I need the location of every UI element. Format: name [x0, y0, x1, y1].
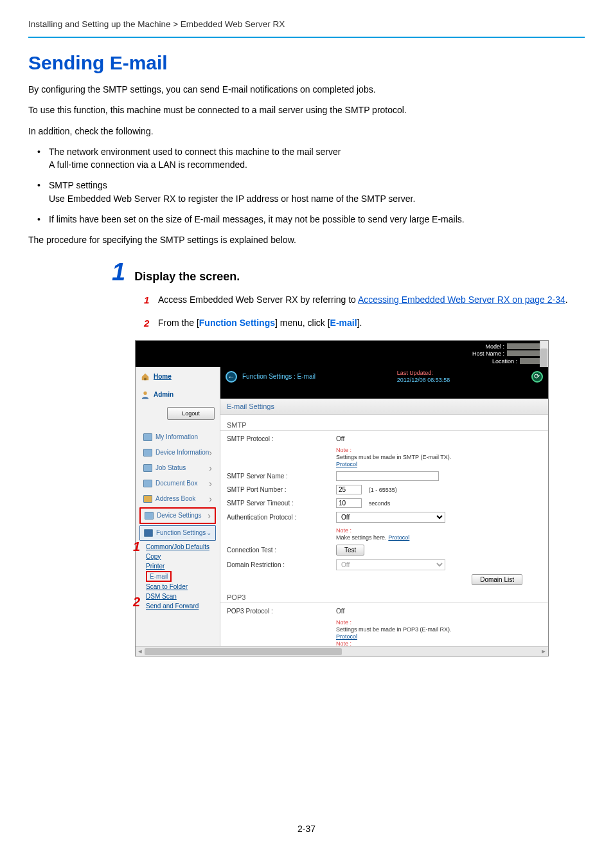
menu-name: Function Settings	[199, 318, 275, 328]
funcsettings-icon	[144, 529, 153, 537]
devsettings-icon	[145, 512, 154, 520]
list-item: The network environment used to connect …	[37, 145, 585, 172]
scroll-right-icon[interactable]: ►	[539, 647, 548, 656]
last-updated-label: Last Updated:	[397, 370, 433, 376]
logout-button[interactable]: Logout	[167, 407, 215, 420]
section-heading: E-mail Settings	[220, 399, 548, 415]
device-icon	[143, 449, 152, 457]
smtp-port-label: SMTP Port Number :	[227, 486, 336, 493]
smtp-timeout-input[interactable]	[336, 498, 362, 508]
sub-dsm[interactable]: DSM Scan	[146, 592, 218, 601]
refresh-button[interactable]: ⟳	[531, 371, 543, 383]
sidebar-item-jobstatus[interactable]: Job Status	[139, 461, 216, 475]
step-number: 1	[112, 260, 125, 284]
paragraph: In addition, check the following.	[28, 125, 585, 138]
smtp-protocol-label: SMTP Protocol :	[227, 435, 336, 442]
back-button[interactable]: ←	[226, 371, 237, 383]
paragraph: To use this function, this machine must …	[28, 104, 585, 116]
sidebar-item-myinfo[interactable]: My Information	[139, 430, 216, 444]
auth-protocol-label: Authentication Protocol :	[227, 514, 336, 521]
last-updated-value: 2012/12/08 08:53:58	[397, 377, 450, 383]
sidebar-item-devsettings[interactable]: Device Settings	[139, 507, 216, 524]
embedded-screenshot: Model : Host Name : Location : Home Admi…	[135, 340, 549, 657]
smtp-server-label: SMTP Server Name :	[227, 473, 336, 480]
home-icon	[141, 372, 150, 381]
paragraph: By configuring the SMTP settings, you ca…	[28, 83, 585, 96]
svg-point-0	[143, 391, 147, 394]
substep-text: From the [Function Settings] menu, click…	[158, 316, 362, 331]
page-number: 2-37	[28, 824, 585, 853]
list-item: SMTP settings Use Embedded Web Server RX…	[37, 179, 585, 205]
substep-text: Access Embedded Web Server RX by referri…	[158, 293, 568, 308]
subsection-pop3: POP3	[220, 587, 548, 603]
paragraph: The procedure for specifying the SMTP se…	[28, 233, 585, 246]
callout-2: 2	[133, 595, 140, 610]
sub-email[interactable]: E-mail	[146, 571, 172, 582]
sidebar-admin[interactable]: Admin	[141, 389, 215, 402]
sidebar-item-addrbook[interactable]: Address Book	[139, 492, 216, 506]
protocol-link[interactable]: Protocol	[336, 633, 357, 640]
divider	[28, 37, 585, 38]
domain-list-button[interactable]: Domain List	[472, 574, 522, 585]
panel-title: Function Settings : E-mail	[242, 373, 315, 380]
domain-restrict-label: Domain Restriction :	[227, 561, 336, 568]
page-title: Sending E-mail	[28, 52, 585, 74]
addressbook-icon	[143, 495, 152, 503]
protocol-link[interactable]: Protocol	[336, 461, 357, 467]
list-item: If limits have been set on the size of E…	[37, 213, 585, 226]
substep-number: 2	[144, 316, 152, 331]
scrollbar-horizontal[interactable]: ◄ ►	[136, 646, 548, 656]
test-button[interactable]: Test	[336, 545, 364, 556]
sidebar-item-docbox[interactable]: Document Box	[139, 476, 216, 491]
breadcrumb: Installing and Setting up the Machine > …	[28, 19, 585, 29]
step-title: Display the screen.	[134, 270, 240, 284]
auth-protocol-select[interactable]: Off	[336, 512, 445, 523]
protocol-link[interactable]: Protocol	[388, 534, 409, 541]
sidebar-item-funcsettings[interactable]: Function Settings⌄	[139, 525, 216, 541]
sub-common[interactable]: Common/Job Defaults	[146, 542, 218, 552]
sidebar: Home Admin Logout My Information Device …	[136, 367, 220, 656]
cross-reference-link[interactable]: Accessing Embedded Web Server RX on page…	[358, 294, 565, 305]
smtp-port-input[interactable]	[336, 485, 362, 494]
sub-printer[interactable]: Printer	[146, 561, 218, 571]
admin-icon	[141, 390, 150, 399]
sub-scan[interactable]: Scan to Folder	[146, 582, 218, 592]
sidebar-item-devinfo[interactable]: Device Information	[139, 446, 216, 460]
smtp-protocol-value: Off	[336, 435, 542, 442]
scroll-left-icon[interactable]: ◄	[136, 647, 145, 656]
subsection-smtp: SMTP	[220, 415, 548, 431]
smtp-timeout-label: SMTP Server Timeout :	[227, 500, 336, 507]
connection-test-label: Connection Test :	[227, 547, 336, 554]
screenshot-header: Model : Host Name : Location :	[136, 341, 548, 367]
pop3-protocol-label: POP3 Protocol :	[227, 608, 336, 615]
substep-number: 1	[144, 293, 152, 308]
info-icon	[143, 433, 152, 441]
menu-name: E-mail	[330, 318, 357, 328]
sub-send[interactable]: Send and Forward	[146, 601, 218, 611]
sub-copy[interactable]: Copy	[146, 552, 218, 561]
docbox-icon	[143, 480, 152, 487]
smtp-server-input[interactable]	[336, 471, 439, 481]
sidebar-home[interactable]: Home	[141, 371, 215, 384]
main-panel: ← Function Settings : E-mail Last Update…	[220, 367, 548, 656]
pop3-protocol-value: Off	[336, 608, 542, 615]
domain-restrict-select[interactable]: Off	[336, 559, 445, 570]
job-icon	[143, 464, 152, 472]
callout-1: 1	[133, 539, 140, 554]
